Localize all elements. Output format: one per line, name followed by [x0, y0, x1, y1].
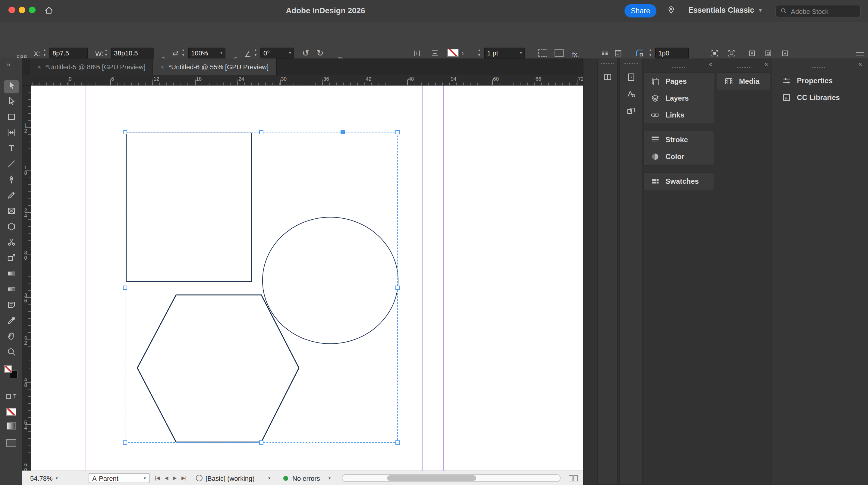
center-content-icon[interactable]: [779, 47, 790, 59]
page-lightning-panel-icon[interactable]: [620, 69, 642, 86]
panel-drag-dots[interactable]: [601, 63, 614, 64]
gradient-tool[interactable]: [0, 267, 22, 283]
selection-handle[interactable]: [396, 286, 400, 290]
scissors-tool[interactable]: [0, 235, 22, 251]
text-columns-icon[interactable]: [599, 47, 610, 59]
formatting-affects-toggle[interactable]: T: [3, 393, 19, 399]
first-page-button[interactable]: |◀: [155, 471, 160, 485]
fill-proxy-swatch[interactable]: [4, 365, 12, 373]
panel-item-pages[interactable]: Pages: [644, 73, 714, 90]
x-input[interactable]: [50, 47, 88, 59]
fill-color-swatch[interactable]: [447, 49, 459, 57]
selection-bounding-box[interactable]: [125, 133, 398, 443]
scale-x-stepper[interactable]: ▲▼: [180, 47, 186, 59]
panel-item-layers[interactable]: Layers: [644, 90, 714, 107]
character-gear-panel-icon[interactable]: [620, 86, 642, 102]
note-tool[interactable]: [0, 298, 22, 314]
previous-page-button[interactable]: ◀: [164, 471, 168, 485]
panel-drag-dots[interactable]: [737, 67, 750, 68]
eyedropper-tool[interactable]: [0, 314, 22, 329]
selection-handle[interactable]: [396, 130, 400, 134]
chevron-down-icon[interactable]: ▾: [268, 471, 270, 485]
apply-gradient-button[interactable]: [7, 422, 16, 429]
panel-drag-dots[interactable]: [812, 67, 825, 68]
gradient-feather-tool[interactable]: [0, 283, 22, 298]
dashed-frame-icon[interactable]: [538, 50, 547, 57]
document-canvas[interactable]: [31, 86, 583, 471]
apply-none-button[interactable]: [6, 408, 16, 416]
rotate-ccw-icon[interactable]: ↺: [300, 47, 311, 59]
document-tab-untitled-6[interactable]: × *Untitled-6 @ 55% [GPU Preview]: [153, 59, 277, 75]
spread-view-icon[interactable]: [568, 471, 578, 485]
gap-tool[interactable]: [0, 126, 22, 141]
chevron-down-icon[interactable]: ▾: [329, 471, 331, 485]
pen-tool[interactable]: [0, 173, 22, 189]
panel-item-cc-libraries[interactable]: CC Libraries: [775, 89, 866, 106]
text-frame-options-icon[interactable]: [613, 47, 623, 59]
fit-frame-to-content-icon[interactable]: [746, 47, 757, 59]
scale-x-dropdown[interactable]: 100%▾: [188, 47, 225, 59]
page-navigation-dropdown[interactable]: A-Parent ▾: [89, 473, 150, 483]
selection-handle[interactable]: [259, 441, 264, 445]
formatting-affects-container-icon[interactable]: [6, 394, 11, 399]
scrollbar-thumb[interactable]: [387, 475, 476, 481]
panel-item-stroke[interactable]: Stroke: [644, 131, 714, 148]
screen-mode-button[interactable]: [6, 439, 16, 447]
next-page-button[interactable]: ▶: [173, 471, 177, 485]
corner-radius-input[interactable]: [655, 47, 689, 59]
free-transform-tool[interactable]: [0, 251, 22, 267]
selection-handle[interactable]: [259, 130, 264, 134]
adobe-stock-search[interactable]: Adobe Stock: [775, 5, 861, 18]
share-pin-button[interactable]: [665, 5, 676, 16]
fill-options-expander[interactable]: ›: [462, 49, 464, 57]
horizontal-ruler[interactable]: 061218243036424854606672: [31, 75, 583, 86]
formatting-affects-text-icon[interactable]: T: [13, 393, 17, 399]
zoom-level-dropdown[interactable]: 54.78% ▾: [30, 471, 58, 485]
w-input[interactable]: [111, 47, 154, 59]
panel-item-media[interactable]: Media: [717, 73, 770, 90]
collapse-panels-icon[interactable]: «: [709, 60, 712, 67]
distribute-vertical-icon[interactable]: [411, 47, 422, 59]
panel-drag-dots[interactable]: [624, 63, 638, 64]
x-stepper[interactable]: ▲▼: [41, 47, 48, 59]
page-tool[interactable]: [0, 110, 22, 126]
panel-item-color[interactable]: Color: [644, 148, 714, 165]
distribute-horizontal-icon[interactable]: [429, 47, 440, 59]
panel-item-properties[interactable]: Properties: [775, 72, 866, 89]
minimize-window-button[interactable]: [19, 7, 25, 13]
selection-handle[interactable]: [123, 286, 127, 290]
panel-item-swatches[interactable]: Swatches: [644, 173, 714, 190]
panel-drag-dots[interactable]: [672, 67, 685, 68]
close-window-button[interactable]: [8, 7, 15, 13]
close-tab-icon[interactable]: ×: [37, 63, 41, 70]
rectangle-frame-tool[interactable]: [0, 204, 22, 220]
hand-tool[interactable]: [0, 329, 22, 345]
polygon-tool[interactable]: [0, 220, 22, 235]
line-tool[interactable]: [0, 157, 22, 173]
panel-menu-icon[interactable]: [856, 53, 864, 59]
workspace-switcher[interactable]: Essentials Classic ▾: [688, 6, 762, 14]
stroke-weight-dropdown[interactable]: 1 pt▾: [484, 47, 525, 59]
zoom-window-button[interactable]: [29, 7, 36, 13]
direct-selection-tool[interactable]: [0, 95, 22, 110]
document-tab-untitled-5[interactable]: × *Untitled-5 @ 88% [GPU Preview]: [30, 59, 153, 75]
horizontal-scrollbar[interactable]: [342, 474, 561, 482]
fill-frame-proportionally-icon[interactable]: [709, 47, 720, 59]
linked-frames-panel-icon[interactable]: [620, 102, 642, 119]
vertical-ruler[interactable]: 1 21 82 43 03 64 24 85 46 0: [22, 86, 31, 471]
corner-radius-stepper[interactable]: ▲▼: [647, 47, 653, 59]
collapse-panels-icon[interactable]: «: [764, 60, 768, 67]
w-stepper[interactable]: ▲▼: [103, 47, 109, 59]
stroke-weight-stepper[interactable]: ▲▼: [476, 47, 482, 59]
last-page-button[interactable]: ▶|: [181, 471, 186, 485]
close-tab-icon[interactable]: ×: [161, 63, 164, 70]
fit-content-to-frame-icon[interactable]: [763, 47, 773, 59]
rotation-dropdown[interactable]: 0°▾: [260, 47, 294, 59]
zoom-tool[interactable]: [0, 345, 22, 361]
home-button[interactable]: [43, 6, 54, 17]
fill-stroke-proxy[interactable]: [3, 364, 19, 380]
ruler-corner[interactable]: [22, 75, 31, 86]
panel-item-links[interactable]: Links: [644, 107, 714, 124]
book-panel-icon[interactable]: [598, 69, 617, 86]
fit-content-proportionally-icon[interactable]: [726, 47, 737, 59]
